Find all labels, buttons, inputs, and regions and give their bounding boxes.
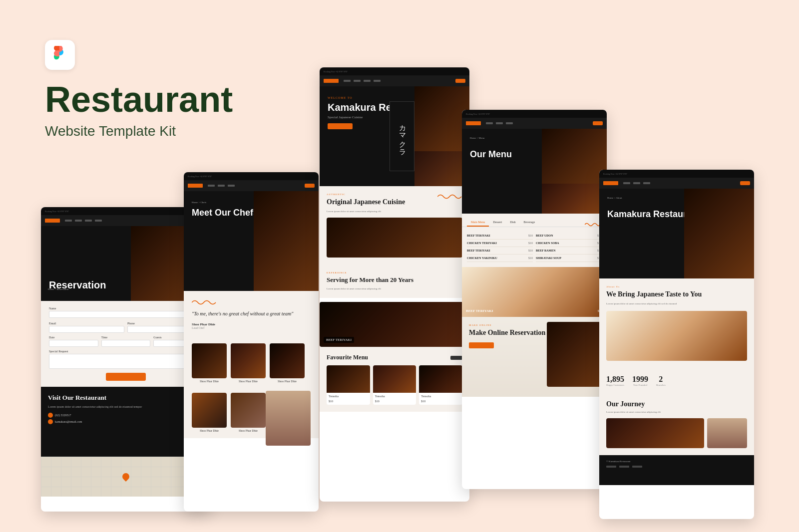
home-hero-food-img2 (414, 151, 469, 186)
menu-item-beef-udon: BEEF UDON $10 (536, 232, 602, 240)
menu-item-shirataki-soup: SHIRATAKI SOUP $10 (536, 255, 602, 262)
about-bottom-text: © Kamakura Restaurant (606, 460, 747, 463)
chef-card-1: Shoo Phar Dhie (192, 343, 227, 383)
about-section-title: We Bring Japanese Taste to You (606, 290, 747, 299)
form-submit-button[interactable] (106, 373, 146, 381)
chef-card-2: Shoo Phar Dhie (231, 343, 266, 383)
stat-branches: 2 Branches (656, 375, 666, 386)
home-cta-button[interactable] (328, 123, 353, 129)
email-address: kamakura@email.com (55, 420, 82, 423)
about-main-section: About Us We Bring Japanese Taste to You … (599, 278, 754, 368)
fav-grid: Tensoba $10 Tensoba $10 Tensoba $10 (327, 365, 462, 405)
tab-dish[interactable]: Dish (506, 219, 519, 227)
tab-main-menu[interactable]: Main Menu (467, 219, 489, 227)
home-screen-card: Booking Now +62 8787 9787 WELCOME TO Kam… (320, 67, 469, 502)
nav-item-h3 (364, 80, 371, 82)
menu-item-chicken-teriyaki: CHICKEN TERIYAKI $10 (467, 240, 533, 247)
item-name-3: BEEF TERIYAKI (467, 249, 490, 252)
menu-col-2: BEEF UDON $10 CHICKEN SOBA $10 BEEF RAME… (536, 232, 602, 262)
form-input-special[interactable] (49, 354, 203, 369)
chefs-quote-section: "To me, there's no great chef without a … (184, 291, 319, 337)
form-input-email[interactable] (49, 326, 124, 333)
stat-num-founded: 1999 (632, 375, 648, 384)
nav-cta-about[interactable] (740, 181, 750, 185)
nav-cta-home[interactable] (455, 79, 465, 83)
fav-item-3: Tensoba $10 (419, 365, 462, 405)
fav-price-2: $10 (373, 400, 416, 405)
home-section-1: AUTHENTIC Original Japanese Cuisine Lore… (320, 186, 469, 265)
home-hero-images: カマクラ (390, 86, 469, 186)
nav-item-m3 (506, 122, 513, 124)
top-bar-text-about: Booking Now +62 8787 9787 (603, 173, 750, 175)
fav-item-1: Tensoba $10 (327, 365, 370, 405)
form-input-time[interactable] (101, 340, 151, 347)
wave-deco-1 (437, 193, 462, 200)
nav-item-h1 (344, 80, 351, 82)
fav-img-3 (419, 365, 462, 393)
japanese-text: カマクラ (390, 101, 414, 171)
item-price-1: $10 (528, 234, 533, 237)
chef-quote-text: "To me, there's no great chef without a … (192, 310, 311, 317)
form-row-special: Special Request (49, 350, 203, 369)
bottom-link-3 (632, 466, 642, 468)
nav-logo-home (324, 79, 339, 83)
top-bar-text-menu: Booking Now +62 8787 9787 (466, 113, 603, 115)
journey-title: Our Journey (606, 400, 747, 408)
nav-item-m1 (486, 122, 493, 124)
about-hero-img (684, 189, 754, 278)
top-bar-text-chefs: Booking Now +62 8787 9787 (188, 175, 315, 178)
fav-more-button[interactable] (450, 356, 462, 360)
chef-img-5 (231, 393, 266, 428)
mini-nav-home (320, 75, 469, 86)
nav-item-c2 (218, 185, 225, 187)
item-name-8: SHIRATAKI SOUP (536, 257, 561, 260)
fav-title: Favourite Menu (327, 354, 368, 361)
top-bar-text: Booking Now +62 8787 9787 (45, 210, 195, 213)
bottom-link-2 (619, 466, 629, 468)
menu-tabs: Main Menu Dessert Dish Beverage (462, 214, 607, 227)
form-input-date[interactable] (49, 340, 98, 347)
page-title: Restaurant (45, 80, 233, 119)
journey-images (606, 418, 747, 448)
form-input-name[interactable] (49, 311, 203, 318)
stat-label-customers: Happy Customers (606, 384, 624, 386)
item-name-5: BEEF UDON (536, 234, 553, 237)
tabs-wave (585, 220, 600, 225)
fav-img-2 (373, 365, 416, 393)
menu-tabs-container: Main Menu Dessert Dish Beverage BEEF TER… (462, 214, 607, 267)
chef-name-5: Shoo Phar Dhie (231, 429, 266, 432)
top-bar-text-home: Booking Now +62 8787 9787 (324, 70, 465, 73)
nav-item-h2 (354, 80, 361, 82)
phone-icon (48, 413, 53, 418)
chefs-hero-img-1 (254, 191, 319, 291)
chef-portrait-img (266, 391, 311, 446)
exp-text: Lorem ipsum dolor sit amet consectetur a… (327, 287, 462, 291)
menu-hero: Home > Menu Our Menu (462, 129, 607, 214)
menu-hero-imgs (542, 129, 607, 214)
chefs-hero: Home > Chefs Meet Our Chefs (184, 191, 319, 291)
nav-cta-chefs[interactable] (305, 184, 315, 188)
nav-item-4 (95, 220, 102, 222)
about-journey-section: Our Journey Lorem ipsum dolor sit amet c… (599, 393, 754, 455)
figma-icon (45, 40, 75, 70)
menu-item-beef-teriyaki-2: BEEF TERIYAKI $10 (467, 247, 533, 255)
chef-img-4 (192, 393, 227, 428)
about-screen-card: Booking Now +62 8787 9787 Home > About K… (599, 170, 754, 519)
nav-item-2 (75, 220, 82, 222)
reservation-btn[interactable] (469, 342, 494, 348)
nav-item-h4 (374, 80, 381, 82)
nav-cta-menu[interactable] (593, 121, 603, 125)
form-label-name: Name (49, 307, 203, 310)
stat-num-branches: 2 (656, 375, 666, 384)
tab-beverage[interactable]: Beverage (520, 219, 539, 227)
mini-nav-chefs (184, 180, 319, 191)
tab-dessert[interactable]: Dessert (489, 219, 506, 227)
bottom-link-1 (606, 466, 616, 468)
form-row-datetime: Date Time Guests (49, 336, 203, 347)
fav-item-2: Tensoba $10 (373, 365, 416, 405)
stat-label-founded: Year Founded (632, 384, 648, 386)
item-price-3: $10 (528, 249, 533, 252)
form-row-contact: Email Phone (49, 322, 203, 333)
food-name: BEEF TERIYAKI (326, 338, 352, 342)
nav-logo (45, 219, 60, 223)
